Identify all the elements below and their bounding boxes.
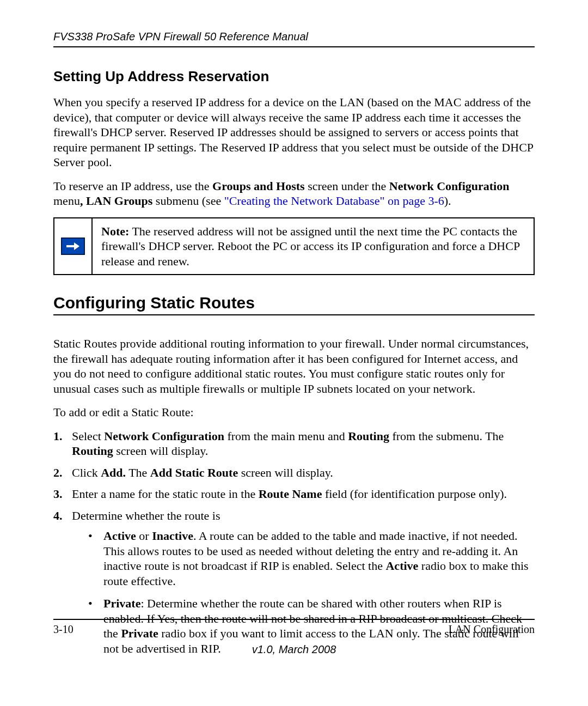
- text-bold: Network Configuration: [389, 179, 510, 193]
- text-bold: Inactive: [152, 529, 193, 543]
- step-item: Select Network Configuration from the ma…: [53, 429, 535, 459]
- text: ).: [444, 194, 451, 208]
- note-body: The reserved address will not be assigne…: [101, 224, 519, 268]
- paragraph: When you specify a reserved IP address f…: [53, 95, 535, 170]
- text-bold: Active: [385, 559, 418, 573]
- text: from the submenu. The: [389, 429, 504, 443]
- chapter-name: LAN Configuration: [449, 623, 535, 636]
- text: screen under the: [305, 179, 389, 193]
- text: field (for identification purpose only).: [322, 487, 507, 501]
- paragraph: To add or edit a Static Route:: [53, 405, 535, 420]
- text: screen will display.: [238, 466, 333, 479]
- text-bold: Routing: [72, 444, 113, 458]
- paragraph: To reserve an IP address, use the Groups…: [53, 179, 535, 209]
- text-bold: Active: [103, 529, 136, 543]
- text-bold: Groups and Hosts: [212, 179, 305, 193]
- text-bold: Add.: [101, 466, 126, 479]
- section-title-address-reservation: Setting Up Address Reservation: [53, 68, 535, 85]
- text-bold: Network Configuration: [104, 429, 224, 443]
- note-label: Note:: [101, 224, 129, 238]
- text: menu: [53, 194, 80, 208]
- cross-reference-link[interactable]: "Creating the Network Database" on page …: [224, 194, 444, 208]
- text-bold: Route Name: [259, 487, 322, 501]
- step-item: Enter a name for the static route in the…: [53, 486, 535, 502]
- text: or: [136, 529, 152, 543]
- text: To reserve an IP address, use the: [53, 179, 212, 193]
- bullet-item: Active or Inactive. A route can be added…: [88, 528, 535, 588]
- text: Select: [72, 429, 104, 443]
- paragraph: Static Routes provide additional routing…: [53, 336, 535, 396]
- text: submenu (see: [152, 194, 224, 208]
- text-bold: Add Static Route: [150, 466, 238, 479]
- note-text: Note: The reserved address will not be a…: [92, 218, 534, 275]
- running-header: FVS338 ProSafe VPN Firewall 50 Reference…: [53, 31, 535, 47]
- text: Determine whether the route is: [72, 509, 220, 522]
- text-bold: Private: [103, 597, 140, 610]
- text-bold: , LAN Groups: [80, 194, 152, 208]
- text: screen will display.: [113, 444, 209, 458]
- text: Click: [72, 466, 101, 479]
- note-box: Note: The reserved address will not be a…: [53, 217, 535, 276]
- step-item: Click Add. The Add Static Route screen w…: [53, 465, 535, 480]
- page-number: 3-10: [53, 623, 74, 636]
- page: FVS338 ProSafe VPN Firewall 50 Reference…: [0, 0, 588, 706]
- text: from the main menu and: [224, 429, 348, 443]
- text: The: [126, 466, 150, 479]
- text: Enter a name for the static route in the: [72, 487, 259, 501]
- version-label: v1.0, March 2008: [53, 643, 535, 656]
- text-bold: Routing: [348, 429, 389, 443]
- note-icon-cell: [54, 218, 92, 275]
- section-title-static-routes: Configuring Static Routes: [53, 294, 535, 315]
- note-arrow-icon: [61, 238, 85, 255]
- page-footer: 3-10 LAN Configuration v1.0, March 2008: [53, 619, 535, 656]
